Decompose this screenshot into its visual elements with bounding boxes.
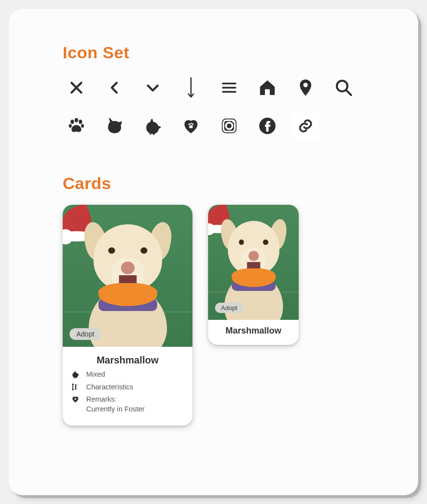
- svg-point-30: [75, 398, 75, 398]
- pet-photo: Adopt: [63, 205, 192, 347]
- meta-row-remarks: Remarks: Currently in Foster: [71, 395, 185, 414]
- pet-card-small[interactable]: Adopt Marshmallow: [208, 205, 299, 345]
- status-badge: Adopt: [70, 328, 101, 340]
- meta-text: Remarks: Currently in Foster: [86, 395, 144, 414]
- pet-card-large[interactable]: Adopt Marshmallow Mixed Characteristics: [63, 205, 192, 426]
- cards-row: Adopt Marshmallow Mixed Characteristics: [63, 205, 369, 426]
- meta-row-breed: Mixed: [71, 370, 185, 380]
- svg-rect-27: [76, 386, 77, 387]
- svg-point-15: [192, 123, 193, 125]
- svg-point-11: [69, 124, 72, 127]
- icons-section-title: Icon Set: [63, 43, 369, 62]
- cards-section-title: Cards: [63, 174, 369, 193]
- svg-point-16: [189, 125, 193, 128]
- dog-icon: [139, 112, 166, 140]
- status-badge: Adopt: [215, 303, 243, 313]
- heart-paw-icon: [177, 112, 205, 140]
- heart-paw-icon: [71, 395, 80, 404]
- pet-photo: Adopt: [208, 205, 299, 320]
- style-guide-panel: Icon Set: [9, 9, 418, 495]
- svg-rect-24: [72, 384, 73, 389]
- svg-point-12: [81, 124, 84, 127]
- svg-point-31: [76, 398, 76, 399]
- svg-point-9: [75, 118, 78, 122]
- svg-point-8: [71, 120, 74, 124]
- pet-card-body: Marshmallow: [208, 320, 299, 345]
- svg-point-14: [190, 123, 191, 124]
- svg-rect-26: [76, 384, 77, 385]
- arrow-down-icon: [177, 74, 205, 101]
- dog-icon: [71, 370, 80, 379]
- meta-row-characteristics: Characteristics: [71, 383, 185, 392]
- meta-text: Mixed: [86, 370, 105, 380]
- close-icon: [63, 74, 90, 101]
- instagram-icon: [215, 112, 243, 140]
- pet-card-body: Marshmallow Mixed Characteristics: [63, 347, 192, 426]
- pet-name: Marshmallow: [213, 326, 294, 336]
- link-icon: [292, 112, 319, 140]
- svg-point-32: [74, 399, 76, 400]
- pet-name: Marshmallow: [71, 355, 185, 366]
- meta-text: Characteristics: [86, 383, 133, 392]
- svg-rect-25: [75, 384, 76, 390]
- svg-line-7: [346, 90, 351, 95]
- svg-point-13: [189, 123, 190, 125]
- paw-icon: [63, 112, 90, 140]
- home-icon: [254, 74, 281, 101]
- chevron-down-icon: [139, 74, 166, 101]
- svg-point-29: [74, 398, 75, 399]
- bone-ruler-icon: [71, 383, 80, 391]
- svg-rect-28: [76, 388, 77, 389]
- search-icon: [330, 74, 357, 101]
- facebook-icon: [254, 112, 281, 140]
- location-pin-icon: [292, 74, 319, 101]
- icon-grid: [63, 74, 369, 140]
- chevron-left-icon: [101, 74, 128, 101]
- svg-point-10: [79, 120, 82, 124]
- menu-icon: [215, 74, 243, 101]
- cat-icon: [101, 112, 128, 140]
